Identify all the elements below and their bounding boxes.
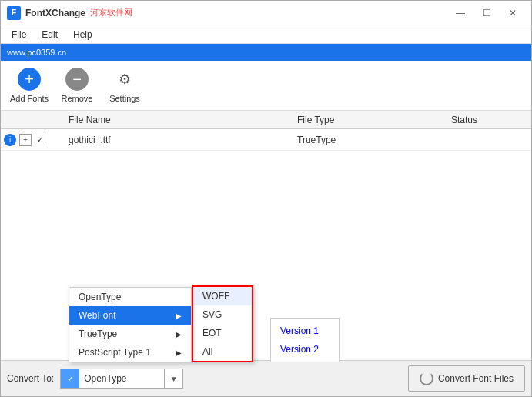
add-fonts-button[interactable]: + Add Fonts (7, 64, 52, 107)
remove-button[interactable]: − Remove (55, 64, 99, 107)
submenu-arrow-webfont: ▶ (176, 312, 182, 320)
col-filename-header: File Name (65, 115, 297, 125)
dropdown-check[interactable]: ✓ (61, 369, 79, 388)
row-filetype: TrueType (297, 135, 451, 145)
app-icon: F (7, 6, 21, 20)
remove-label: Remove (62, 94, 93, 103)
version-item-2[interactable]: Version 2 (271, 340, 339, 359)
menu-bar: File Edit Help (1, 25, 531, 44)
submenu-arrow-truetype: ▶ (176, 330, 182, 339)
title-controls: — ☐ ✕ (448, 5, 525, 22)
menu-file[interactable]: File (4, 28, 34, 42)
info-icon[interactable]: i (4, 134, 16, 146)
settings-button[interactable]: ⚙ Settings (102, 64, 147, 107)
bottom-bar: Convert To: ✓ OpenType ▼ Convert Font Fi… (1, 360, 531, 396)
menu-help[interactable]: Help (65, 28, 100, 42)
title-bar: F FontXChange 河东软件网 — ☐ ✕ (1, 1, 531, 25)
url-bar: www.pc0359.cn (1, 44, 531, 61)
maximize-button[interactable]: ☐ (474, 5, 499, 22)
spinner-icon (420, 372, 433, 385)
remove-icon: − (65, 68, 89, 91)
menu-item-opentype[interactable]: OpenType (69, 288, 191, 306)
dropdown-menu: OpenType WebFont ▶ TrueType ▶ PostScript… (69, 287, 192, 362)
menu-item-webfont[interactable]: WebFont ▶ (69, 306, 191, 325)
submenu-item-eot[interactable]: EOT (193, 324, 252, 342)
dropdown-arrow[interactable]: ▼ (164, 369, 182, 388)
add-fonts-label: Add Fonts (10, 94, 49, 103)
submenu: WOFF SVG EOT All (192, 285, 253, 362)
url-text: www.pc0359.cn (7, 48, 66, 57)
menu-item-postscript[interactable]: PostScript Type 1 ▶ (69, 343, 191, 362)
version-item-1[interactable]: Version 1 (271, 322, 339, 340)
convert-font-files-button[interactable]: Convert Font Files (408, 365, 525, 392)
expand-icon[interactable]: + (19, 134, 32, 146)
table-row: i + gothici_.ttf TrueType (1, 129, 531, 151)
col-status-header: Status (451, 115, 528, 125)
submenu-item-all[interactable]: All (193, 342, 252, 361)
toolbar: + Add Fonts − Remove ⚙ Settings (1, 61, 531, 111)
window-title: FontXChange (25, 8, 85, 18)
close-button[interactable]: ✕ (500, 5, 525, 22)
settings-icon: ⚙ (113, 68, 136, 91)
menu-item-truetype[interactable]: TrueType ▶ (69, 325, 191, 343)
table-header: File Name File Type Status (1, 111, 531, 129)
dropdown-text: OpenType (79, 373, 164, 384)
row-icons: i + (4, 134, 65, 146)
row-checkbox[interactable] (35, 135, 45, 145)
submenu-arrow-postscript: ▶ (176, 349, 182, 357)
col-filetype-header: File Type (297, 115, 451, 125)
convert-btn-label: Convert Font Files (438, 373, 514, 384)
convert-dropdown[interactable]: ✓ OpenType ▼ (60, 369, 183, 389)
submenu-item-woff[interactable]: WOFF (193, 287, 252, 305)
submenu-item-svg[interactable]: SVG (193, 305, 252, 324)
menu-edit[interactable]: Edit (34, 28, 65, 42)
minimize-button[interactable]: — (448, 5, 473, 22)
row-filename: gothici_.ttf (65, 135, 297, 145)
version-panel: Version 1 Version 2 (270, 318, 340, 362)
convert-to-label: Convert To: (7, 373, 54, 384)
title-bar-left: F FontXChange 河东软件网 (7, 6, 132, 20)
watermark-text: 河东软件网 (90, 7, 132, 18)
add-fonts-icon: + (18, 68, 41, 91)
settings-label: Settings (109, 94, 140, 103)
main-window: F FontXChange 河东软件网 — ☐ ✕ File Edit Help… (0, 0, 532, 397)
